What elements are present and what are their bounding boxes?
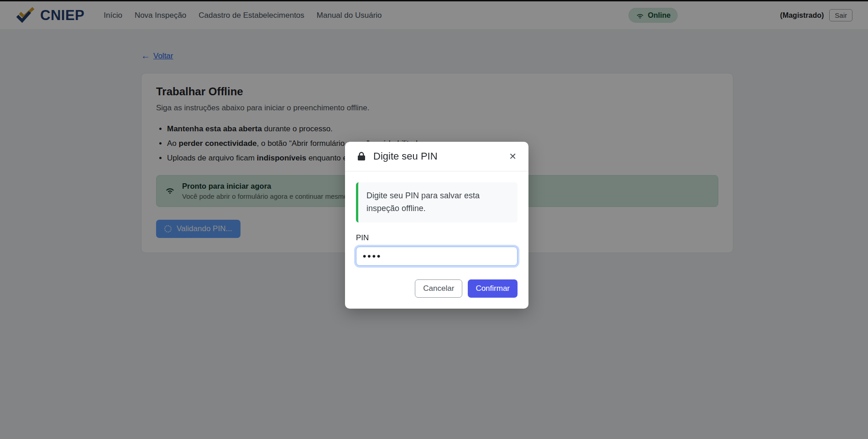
pin-field-label: PIN <box>356 233 518 243</box>
close-icon[interactable]: ✕ <box>508 151 518 162</box>
pin-modal-body: Digite seu PIN para salvar esta inspeção… <box>345 171 528 309</box>
pin-info-message: Digite seu PIN para salvar esta inspeção… <box>356 182 518 222</box>
pin-input[interactable] <box>356 247 518 266</box>
confirm-button[interactable]: Confirmar <box>468 279 518 298</box>
pin-modal: Digite seu PIN ✕ Digite seu PIN para sal… <box>345 142 528 309</box>
pin-modal-header: Digite seu PIN ✕ <box>345 142 528 171</box>
pin-modal-footer: Cancelar Confirmar <box>356 279 518 298</box>
cancel-button[interactable]: Cancelar <box>415 279 462 298</box>
lock-icon <box>356 151 367 162</box>
pin-modal-title: Digite seu PIN <box>373 150 438 162</box>
